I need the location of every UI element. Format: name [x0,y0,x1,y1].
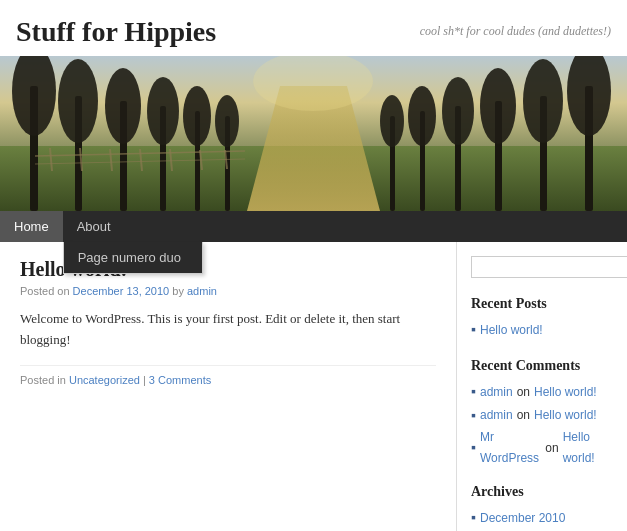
list-item: December 2010 [471,506,613,530]
post-comments-link[interactable]: 3 Comments [149,374,211,386]
post-footer-prefix: Posted in [20,374,66,386]
nav-list: Home About Page numero duo [0,211,627,242]
comment-post-1[interactable]: Hello world! [534,382,597,402]
search-input[interactable] [471,256,627,278]
svg-point-24 [408,86,436,146]
recent-comments-title: Recent Comments [471,358,613,374]
search-box: Search [471,256,613,278]
list-item: admin on Hello world! [471,380,613,404]
archives-list: December 2010 [471,506,613,530]
svg-point-26 [380,95,404,147]
list-item: admin on Hello world! [471,404,613,428]
svg-point-6 [58,59,98,143]
archives-title: Archives [471,484,613,500]
list-item: Hello world! [471,318,613,342]
svg-point-12 [183,86,211,146]
sidebar-archives: Archives December 2010 [471,484,613,530]
navigation: Home About Page numero duo [0,211,627,242]
archive-link[interactable]: December 2010 [480,508,565,528]
post-content: Welcome to WordPress. This is your first… [20,309,436,351]
content-area: Hello world! Posted on December 13, 2010… [0,242,627,531]
nav-link-home[interactable]: Home [0,211,63,242]
comment-author-2[interactable]: admin [480,405,513,425]
post-author-link[interactable]: admin [187,285,217,297]
comment-author-1[interactable]: admin [480,382,513,402]
svg-point-8 [105,68,141,144]
dropdown-item-page[interactable]: Page numero duo [64,242,202,273]
recent-post-link[interactable]: Hello world! [480,320,543,340]
sidebar: Search Recent Posts Hello world! Recent … [457,242,627,531]
post-date-link[interactable]: December 13, 2010 [73,285,170,297]
site-header: Stuff for Hippies cool sh*t for cool dud… [0,0,627,56]
main-content: Hello world! Posted on December 13, 2010… [0,242,457,531]
post-category-link[interactable]: Uncategorized [69,374,140,386]
post-meta: Posted on December 13, 2010 by admin [20,285,436,297]
svg-point-20 [480,68,516,144]
nav-dropdown: Page numero duo [63,242,203,274]
post-footer: Posted in Uncategorized | 3 Comments [20,365,436,386]
post-meta-prefix: Posted on [20,285,70,297]
recent-posts-list: Hello world! [471,318,613,342]
comment-author-3[interactable]: Mr WordPress [480,427,541,468]
comment-post-3[interactable]: Hello world! [563,427,613,468]
nav-item-about[interactable]: About Page numero duo [63,211,125,242]
svg-point-10 [147,77,179,145]
comment-post-2[interactable]: Hello world! [534,405,597,425]
hero-svg [0,56,627,211]
svg-point-14 [215,95,239,147]
page-wrapper: Stuff for Hippies cool sh*t for cool dud… [0,0,627,531]
svg-point-22 [442,77,474,145]
list-item: Mr WordPress on Hello world! [471,427,613,468]
recent-posts-title: Recent Posts [471,296,613,312]
sidebar-recent-posts: Recent Posts Hello world! [471,296,613,342]
hero-image [0,56,627,211]
recent-comments-list: admin on Hello world! admin on Hello wor… [471,380,613,468]
post-by: by [172,285,184,297]
sidebar-recent-comments: Recent Comments admin on Hello world! ad… [471,358,613,468]
nav-link-about[interactable]: About [63,211,125,242]
nav-item-home[interactable]: Home [0,211,63,242]
site-tagline: cool sh*t for cool dudes (and dudettes!) [420,24,611,39]
svg-point-18 [523,59,563,143]
site-title[interactable]: Stuff for Hippies [16,16,216,48]
